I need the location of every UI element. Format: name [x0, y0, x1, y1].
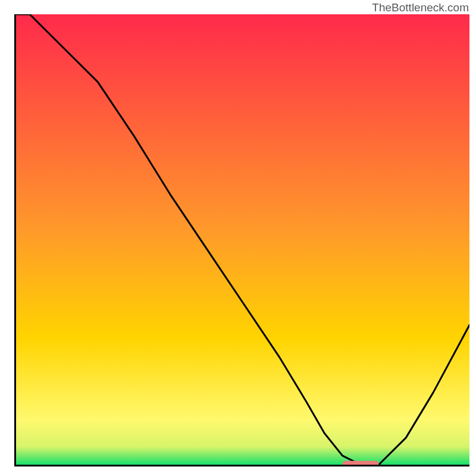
watermark-text: TheBottleneck.com — [372, 1, 469, 14]
optimum-marker — [343, 461, 379, 465]
chart-svg — [16, 14, 469, 465]
bottleneck-chart — [14, 14, 469, 466]
gradient-background — [16, 14, 469, 465]
